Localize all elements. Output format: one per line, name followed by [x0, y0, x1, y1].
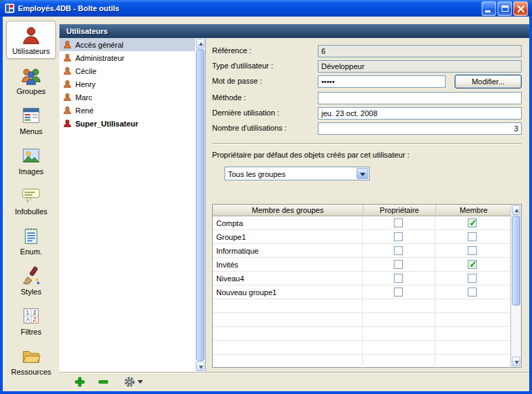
sidebar-item-styles[interactable]: Styles [6, 261, 56, 299]
membre-checkbox[interactable] [468, 288, 477, 297]
empty-row [213, 327, 511, 341]
proprietaire-checkbox[interactable] [394, 288, 403, 297]
svg-text:A: A [26, 316, 30, 323]
scroll-down-button[interactable] [196, 362, 205, 371]
table-row[interactable]: Invités [213, 258, 511, 272]
table-row[interactable]: Groupe1 [213, 230, 511, 244]
sidebar-item-filtres[interactable]: 1 2 A Z Filtres [6, 301, 56, 339]
arrow-up-icon [515, 209, 519, 212]
default-owner-label: Propriétaire par défaut des objets créés… [212, 151, 525, 159]
remove-user-button[interactable] [96, 375, 110, 389]
user-list-item[interactable]: Henry [59, 77, 205, 91]
close-button[interactable] [513, 1, 528, 16]
image-icon [21, 145, 41, 166]
scroll-up-button[interactable] [512, 205, 520, 215]
sidebar-item-menus[interactable]: Menus [6, 101, 56, 139]
empty-row [213, 341, 511, 355]
method-label: Méthode : [212, 93, 316, 102]
svg-text:Z: Z [33, 316, 37, 323]
sidebar-item-infobulles[interactable]: Infobulles [6, 181, 56, 219]
maximize-button[interactable] [497, 1, 512, 16]
maximize-icon [502, 6, 509, 12]
dropdown-button[interactable] [357, 168, 368, 179]
usage-count-field[interactable]: 3 [318, 122, 522, 135]
arrow-up-icon [199, 42, 203, 46]
gear-icon [124, 376, 135, 388]
table-row[interactable]: Informatique [213, 244, 511, 258]
dropdown-value: Tous les groupes [228, 169, 355, 180]
sidebar-item-ressources[interactable]: Ressources [6, 341, 56, 379]
chevron-down-icon [360, 173, 365, 176]
proprietaire-checkbox[interactable] [394, 260, 403, 269]
table-row[interactable]: Niveau4 [213, 272, 511, 285]
user-list-item[interactable]: Marc [59, 91, 205, 104]
separator [212, 143, 522, 144]
bottom-toolbar [59, 372, 529, 391]
minimize-button[interactable] [482, 1, 496, 16]
user-list-item[interactable]: René [59, 104, 205, 117]
scrollbar-thumb[interactable] [196, 49, 205, 361]
sidebar-item-label: Menus [19, 127, 42, 135]
column-header-membre[interactable]: Membre [436, 205, 512, 216]
user-icon [63, 66, 72, 75]
sidebar-item-label: Utilisateurs [12, 47, 50, 55]
empty-row [213, 299, 511, 313]
table-row[interactable]: Compta [213, 216, 511, 230]
table-scrollbar[interactable] [511, 205, 521, 367]
table-body: Compta Groupe1 Informatique [213, 216, 511, 367]
user-list: Accès général Administrateur Cécile Henr… [59, 38, 206, 372]
sidebar-item-utilisateurs[interactable]: Utilisateurs [6, 21, 56, 59]
table-header-row: Membre des groupes Propriétaire Membre [213, 205, 521, 216]
arrow-down-icon [515, 361, 519, 364]
user-name: Cécile [75, 67, 97, 75]
membre-checkbox[interactable] [468, 232, 477, 241]
user-list-item[interactable]: Cécile [59, 64, 205, 77]
minimize-icon [485, 10, 491, 12]
proprietaire-checkbox[interactable] [394, 218, 403, 227]
column-header-proprietaire[interactable]: Propriétaire [363, 205, 436, 216]
sidebar-item-enum[interactable]: Enum. [6, 221, 56, 259]
proprietaire-checkbox[interactable] [394, 232, 403, 241]
scroll-down-button[interactable] [512, 357, 520, 366]
user-name: Super_Utilisateur [75, 120, 138, 128]
password-field[interactable]: ••••• [318, 75, 446, 88]
brush-icon [21, 265, 41, 286]
scrollbar-thumb[interactable] [512, 216, 520, 306]
last-use-label: Dernière utilisation : [212, 109, 316, 117]
default-owner-dropdown[interactable]: Tous les groupes [225, 167, 370, 180]
user-list-item[interactable]: Super_Utilisateur [59, 117, 205, 130]
sidebar-item-images[interactable]: Images [6, 141, 56, 179]
plus-icon [75, 377, 85, 387]
user-list-scrollbar[interactable] [195, 38, 205, 372]
window-title: Employés.4DB - Boîte outils [18, 4, 482, 12]
chevron-down-icon [137, 380, 143, 384]
sidebar: Utilisateurs Groupes [3, 17, 59, 391]
titlebar[interactable]: Employés.4DB - Boîte outils [0, 0, 532, 17]
list-icon [21, 225, 41, 246]
groups-icon [21, 65, 41, 86]
sidebar-item-label: Images [19, 167, 44, 176]
membre-checkbox[interactable] [468, 218, 477, 227]
proprietaire-checkbox[interactable] [394, 274, 403, 283]
folder-icon [21, 346, 41, 366]
method-field[interactable] [318, 92, 522, 104]
last-use-field[interactable]: jeu. 23 oct. 2008 [318, 107, 522, 120]
modify-password-button[interactable]: Modifier... [455, 75, 522, 88]
user-list-item[interactable]: Accès général [59, 38, 205, 51]
membre-checkbox[interactable] [468, 274, 477, 283]
group-name: Niveau4 [213, 272, 363, 285]
table-row[interactable]: Nouveau groupe1 [213, 285, 511, 299]
app-icon [4, 3, 15, 14]
reference-field[interactable]: 6 [318, 45, 522, 57]
membre-checkbox[interactable] [468, 246, 477, 255]
user-list-item[interactable]: Administrateur [59, 51, 205, 64]
column-header-groups[interactable]: Membre des groupes [213, 205, 363, 216]
scroll-up-button[interactable] [196, 39, 205, 48]
proprietaire-checkbox[interactable] [394, 246, 403, 255]
actions-menu-button[interactable] [124, 376, 143, 388]
user-icon [63, 53, 72, 62]
membre-checkbox[interactable] [468, 260, 477, 269]
sidebar-item-groupes[interactable]: Groupes [6, 61, 56, 99]
add-user-button[interactable] [73, 375, 86, 389]
user-type-field[interactable]: Développeur [318, 60, 522, 73]
